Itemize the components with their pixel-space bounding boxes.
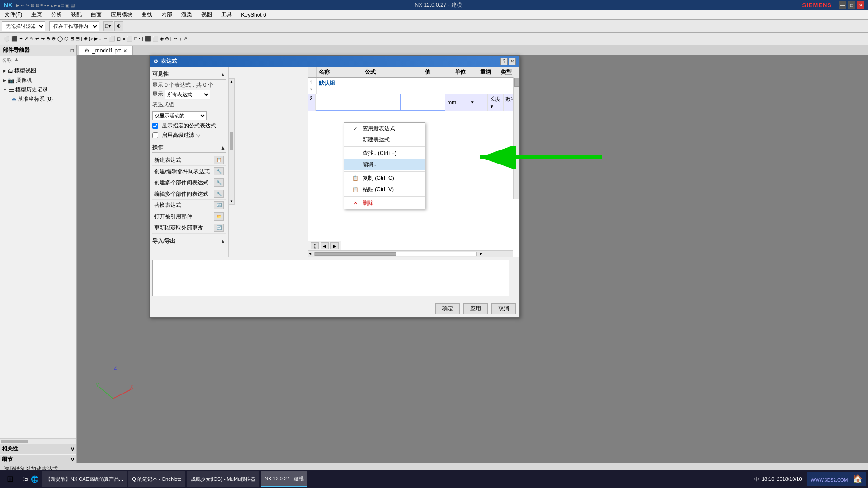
ctx-separator (344, 196, 425, 197)
menu-analysis[interactable]: 分析 (47, 10, 66, 19)
selection-filter-dropdown[interactable]: 无选择过滤器 (2, 21, 45, 31)
table-vscroll[interactable] (513, 77, 519, 199)
menu-app-module[interactable]: 应用模块 (106, 10, 137, 19)
tree-item-history[interactable]: ▼ 🗃 模型历史记录 (1, 85, 75, 94)
apply-button[interactable]: 应用 (463, 303, 488, 314)
row-value (423, 78, 453, 94)
sidebar-tree: ▶ 🗂 模型视图 ▶ 📷 摄像机 ▼ 🗃 模型历史记录 ⊕ 基准坐标系 (0) (0, 65, 76, 438)
section-related[interactable]: 相关性 ∨ (0, 444, 76, 454)
row-formula[interactable] (401, 94, 446, 111)
show-formula-checkbox[interactable] (152, 123, 158, 129)
maximize-button[interactable]: □ (848, 1, 855, 9)
cancel-button[interactable]: 取消 (491, 303, 516, 314)
nav-prev[interactable]: ◀ (321, 242, 329, 249)
close-button[interactable]: ✕ (857, 1, 864, 9)
tree-item-camera[interactable]: ▶ 📷 摄像机 (1, 75, 75, 85)
ctx-apply-expr[interactable]: ✓ 应用新表达式 (344, 123, 425, 134)
op-icon: 🔧 (214, 167, 224, 175)
taskbar-onenote[interactable]: Q 的笔记本 - OneNote (128, 471, 185, 487)
taskbar-mumu[interactable]: 战舰少女(IOS) - MuMu模拟器 (187, 471, 259, 487)
snap-icon-btn[interactable]: □▾ (103, 21, 113, 31)
ok-button[interactable]: 确定 (435, 303, 460, 314)
tree-item-datum[interactable]: ⊕ 基准坐标系 (0) (1, 94, 75, 104)
tree-item-model-view[interactable]: ▶ 🗂 模型视图 (1, 66, 75, 75)
nav-next[interactable]: ▶ (330, 242, 339, 249)
table-row[interactable]: 2 mm ▼ 长度 ▼ 数 (308, 94, 519, 111)
ctx-new-expr[interactable]: 新建表达式 (344, 134, 425, 145)
ctx-copy[interactable]: 📋 复制 (Ctrl+C) (344, 173, 425, 184)
model-tab[interactable]: ⚙ _model1.prt ✕ (79, 46, 133, 55)
orient-icon-btn[interactable]: ⊕ (114, 21, 123, 31)
advanced-filter-checkbox[interactable] (152, 132, 158, 138)
menu-file[interactable]: 文件(F) (0, 10, 27, 19)
taskbar-nx-modeling[interactable]: NX 12.0.27 - 建模 (261, 471, 307, 487)
op-create-edit-inter[interactable]: 创建/编辑部件间表达式 🔧 (152, 166, 226, 177)
row-name[interactable] (316, 94, 401, 111)
show-formula-label: 显示指定的公式表达式 (162, 122, 216, 130)
tab-close[interactable]: ✕ (123, 48, 127, 53)
op-update-external[interactable]: 更新以获取外部更改 🔄 (152, 222, 226, 234)
paste-icon: 📋 (352, 186, 359, 193)
taskbar-nx-cae[interactable]: 【新提醒】NX CAE高级仿真产品... (42, 471, 127, 487)
tree-icon-camera: 📷 (8, 77, 14, 84)
import-export-header[interactable]: 导入/导出 ▲ (152, 236, 226, 246)
sidebar-hscroll[interactable] (0, 438, 76, 444)
section-label: 相关性 (2, 445, 18, 453)
ctx-icon (352, 150, 359, 157)
nav-prev-prev[interactable]: ⟪ (311, 242, 319, 249)
menu-view[interactable]: 视图 (197, 10, 217, 19)
op-icon: 🔄 (214, 224, 224, 232)
op-new-expr[interactable]: 新建表达式 📋 (152, 155, 226, 166)
menu-tools[interactable]: 工具 (217, 10, 236, 19)
filter-icon[interactable]: ▽ (196, 132, 200, 139)
taskbar-icon-browser[interactable]: 🌐 (31, 475, 38, 483)
taskbar-lang: 中 (754, 476, 759, 483)
watermark: WWW.3DS2.COM 🏠 (807, 472, 866, 486)
ctx-paste[interactable]: 📋 粘贴 (Ctrl+V) (344, 184, 425, 195)
menu-render[interactable]: 渲染 (177, 10, 197, 19)
visibility-section-header[interactable]: 可见性 ▲ (152, 70, 226, 80)
dialog-vscroll[interactable]: ▲ ▼ (228, 78, 235, 205)
minimize-button[interactable]: — (839, 1, 846, 9)
unit-dropdown-arrow[interactable]: ▼ (470, 100, 475, 105)
work-part-dropdown[interactable]: 仅在工作部件内 (49, 21, 99, 31)
operations-header[interactable]: 操作 ▲ (152, 143, 226, 153)
menu-curve[interactable]: 曲线 (137, 10, 157, 19)
dialog-close-button[interactable]: ✕ (509, 58, 516, 65)
hscroll-track[interactable] (314, 252, 477, 256)
op-edit-multi[interactable]: 编辑多个部件间表达式 🔧 (152, 188, 226, 200)
row-name-text: 默认组 (319, 80, 335, 86)
expression-editor[interactable] (152, 260, 509, 296)
sidebar-collapse-icon[interactable]: □ (71, 47, 74, 54)
part-navigator: 部件导航器 □ 名称 ▲ ▶ 🗂 模型视图 ▶ 📷 摄像机 ▼ 🗃 模型历史记录 (0, 45, 77, 475)
menu-surface[interactable]: 曲面 (86, 10, 106, 19)
ctx-find[interactable]: 查找...(Ctrl+F) (344, 148, 425, 159)
dim-dropdown-arrow[interactable]: ▼ (490, 104, 494, 109)
scroll-right[interactable]: ▶ (479, 252, 483, 256)
start-button[interactable]: ⊞ (2, 471, 18, 487)
menu-assembly[interactable]: 装配 (66, 10, 86, 19)
taskbar-icon-explorer[interactable]: 🗂 (22, 475, 28, 483)
col-unit-header: 单位 (453, 67, 478, 77)
op-replace-expr[interactable]: 替换表达式 🔄 (152, 200, 226, 211)
op-open-ref[interactable]: 打开被引用部件 📂 (152, 211, 226, 222)
show-dropdown[interactable]: 所有表达式 (165, 90, 210, 99)
op-create-multi[interactable]: 创建多个部件间表达式 🔧 (152, 177, 226, 188)
menu-internal[interactable]: 内部 (157, 10, 177, 19)
visibility-label: 可见性 (152, 70, 169, 78)
check-icon: ✓ (352, 125, 359, 132)
menu-keyshot[interactable]: KeyShot 6 (236, 11, 270, 19)
section-label: 细节 (2, 455, 13, 463)
table-hscroll-bar[interactable]: ◀ ▶ (308, 250, 513, 257)
title-bar: NX ▶ ↩ ↪ ⊞ ⊟ = ▪ ▸ ▴ ▸ ▴ □ ▣ ▤ NX 12.0.0… (0, 0, 868, 10)
dialog-help-button[interactable]: ? (500, 58, 508, 65)
content-area: ⚙ _model1.prt ✕ ⚙ 表达式 ? ✕ (77, 45, 868, 475)
ctx-delete[interactable]: ✕ 删除 (344, 197, 425, 209)
expr-group-select-row: 仅显示活动的 (152, 111, 226, 120)
menu-home[interactable]: 主页 (27, 10, 47, 19)
scroll-left[interactable]: ◀ (308, 252, 312, 256)
table-row[interactable]: 1 ∨ 默认组 (308, 78, 519, 94)
ctx-edit[interactable]: 编辑... (344, 159, 425, 170)
expr-group-dropdown[interactable]: 仅显示活动的 (152, 111, 207, 120)
expand-icon: ▶ (3, 78, 6, 83)
